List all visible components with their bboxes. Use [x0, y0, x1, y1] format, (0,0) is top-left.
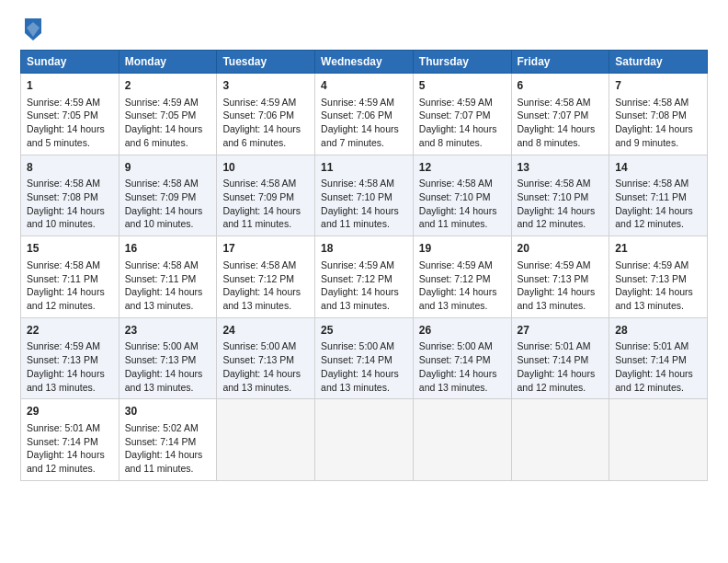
sunrise-text: Sunrise: 5:02 AM — [125, 422, 199, 433]
sunset-text: Sunset: 7:06 PM — [222, 109, 294, 121]
day-number: 4 — [321, 78, 407, 94]
sunrise-text: Sunrise: 4:58 AM — [615, 178, 688, 189]
day-number: 17 — [222, 241, 309, 257]
calendar-cell: 3Sunrise: 4:59 AMSunset: 7:06 PMDaylight… — [217, 74, 315, 155]
sunrise-text: Sunrise: 4:58 AM — [615, 97, 688, 108]
sunrise-text: Sunrise: 4:59 AM — [27, 97, 100, 108]
sunset-text: Sunset: 7:05 PM — [125, 109, 197, 121]
sunset-text: Sunset: 7:13 PM — [27, 354, 98, 365]
sunset-text: Sunset: 7:11 PM — [125, 273, 197, 284]
sunset-text: Sunset: 7:10 PM — [321, 191, 392, 202]
calendar-cell: 4Sunrise: 4:59 AMSunset: 7:06 PMDaylight… — [315, 74, 414, 155]
sunset-text: Sunset: 7:12 PM — [321, 273, 392, 284]
sunset-text: Sunset: 7:09 PM — [222, 191, 294, 202]
day-number: 18 — [321, 241, 407, 257]
col-wednesday: Wednesday — [315, 51, 414, 74]
calendar-cell: 16Sunrise: 4:58 AMSunset: 7:11 PMDayligh… — [119, 236, 217, 318]
sunrise-text: Sunrise: 4:59 AM — [125, 97, 199, 108]
day-number: 2 — [125, 78, 211, 94]
sunset-text: Sunset: 7:07 PM — [419, 109, 491, 121]
calendar-cell: 2Sunrise: 4:59 AMSunset: 7:05 PMDaylight… — [119, 74, 217, 155]
sunrise-text: Sunrise: 4:58 AM — [518, 178, 591, 189]
sunrise-text: Sunrise: 4:59 AM — [419, 97, 493, 108]
sunrise-text: Sunrise: 4:59 AM — [321, 97, 394, 108]
calendar-cell: 1Sunrise: 4:59 AMSunset: 7:05 PMDaylight… — [21, 74, 119, 155]
sunset-text: Sunset: 7:10 PM — [518, 191, 589, 202]
daylight-text: Daylight: 14 hours and 13 minutes. — [321, 368, 399, 393]
day-number: 13 — [518, 160, 604, 176]
sunset-text: Sunset: 7:14 PM — [27, 436, 98, 447]
day-number: 25 — [321, 323, 407, 339]
day-number: 10 — [222, 160, 309, 176]
calendar-cell: 15Sunrise: 4:58 AMSunset: 7:11 PMDayligh… — [21, 236, 119, 318]
sunrise-text: Sunrise: 4:58 AM — [321, 178, 394, 189]
sunrise-text: Sunrise: 4:59 AM — [419, 259, 493, 270]
col-thursday: Thursday — [413, 51, 511, 74]
calendar-week-row: 8Sunrise: 4:58 AMSunset: 7:08 PMDaylight… — [21, 155, 708, 236]
daylight-text: Daylight: 14 hours and 11 minutes. — [419, 205, 497, 230]
sunrise-text: Sunrise: 5:01 AM — [615, 340, 688, 351]
calendar-cell — [511, 399, 609, 481]
sunset-text: Sunset: 7:10 PM — [419, 191, 491, 202]
sunrise-text: Sunrise: 5:00 AM — [419, 340, 493, 351]
calendar-week-row: 15Sunrise: 4:58 AMSunset: 7:11 PMDayligh… — [21, 236, 708, 318]
page: Sunday Monday Tuesday Wednesday Thursday… — [0, 0, 728, 563]
col-saturday: Saturday — [609, 51, 708, 74]
daylight-text: Daylight: 14 hours and 11 minutes. — [125, 449, 203, 474]
sunrise-text: Sunrise: 4:58 AM — [125, 259, 199, 270]
calendar-cell: 7Sunrise: 4:58 AMSunset: 7:08 PMDaylight… — [609, 74, 708, 155]
daylight-text: Daylight: 14 hours and 7 minutes. — [321, 123, 399, 148]
sunset-text: Sunset: 7:08 PM — [615, 109, 687, 121]
calendar-cell — [217, 399, 315, 481]
calendar-week-row: 29Sunrise: 5:01 AMSunset: 7:14 PMDayligh… — [21, 399, 708, 481]
daylight-text: Daylight: 14 hours and 13 minutes. — [615, 286, 693, 311]
daylight-text: Daylight: 14 hours and 12 minutes. — [615, 205, 693, 230]
day-number: 5 — [419, 78, 506, 94]
calendar-cell: 25Sunrise: 5:00 AMSunset: 7:14 PMDayligh… — [315, 317, 414, 399]
sunrise-text: Sunrise: 4:58 AM — [222, 259, 296, 270]
sunset-text: Sunset: 7:14 PM — [419, 354, 491, 365]
sunset-text: Sunset: 7:14 PM — [321, 354, 392, 365]
calendar-cell: 10Sunrise: 4:58 AMSunset: 7:09 PMDayligh… — [217, 155, 315, 236]
day-number: 19 — [419, 241, 506, 257]
header-row: Sunday Monday Tuesday Wednesday Thursday… — [21, 51, 708, 74]
calendar-cell: 28Sunrise: 5:01 AMSunset: 7:14 PMDayligh… — [609, 317, 708, 399]
calendar-cell: 19Sunrise: 4:59 AMSunset: 7:12 PMDayligh… — [413, 236, 511, 318]
calendar-cell: 23Sunrise: 5:00 AMSunset: 7:13 PMDayligh… — [119, 317, 217, 399]
sunset-text: Sunset: 7:05 PM — [27, 109, 98, 121]
daylight-text: Daylight: 14 hours and 12 minutes. — [27, 449, 105, 474]
daylight-text: Daylight: 14 hours and 6 minutes. — [125, 123, 203, 148]
daylight-text: Daylight: 14 hours and 12 minutes. — [518, 205, 596, 230]
day-number: 30 — [125, 404, 211, 419]
daylight-text: Daylight: 14 hours and 11 minutes. — [222, 205, 301, 230]
calendar-cell: 24Sunrise: 5:00 AMSunset: 7:13 PMDayligh… — [217, 317, 315, 399]
calendar-cell: 29Sunrise: 5:01 AMSunset: 7:14 PMDayligh… — [21, 399, 119, 481]
calendar-cell: 8Sunrise: 4:58 AMSunset: 7:08 PMDaylight… — [21, 155, 119, 236]
calendar-cell: 18Sunrise: 4:59 AMSunset: 7:12 PMDayligh… — [315, 236, 414, 318]
day-number: 7 — [615, 78, 701, 94]
day-number: 24 — [222, 323, 309, 339]
sunset-text: Sunset: 7:08 PM — [27, 191, 98, 202]
day-number: 8 — [27, 160, 113, 176]
daylight-text: Daylight: 14 hours and 10 minutes. — [125, 205, 203, 230]
calendar-cell — [315, 399, 414, 481]
day-number: 1 — [27, 78, 113, 94]
daylight-text: Daylight: 14 hours and 13 minutes. — [518, 286, 596, 311]
day-number: 9 — [125, 160, 211, 176]
sunset-text: Sunset: 7:13 PM — [615, 273, 687, 284]
sunset-text: Sunset: 7:09 PM — [125, 191, 197, 202]
sunset-text: Sunset: 7:13 PM — [222, 354, 294, 365]
calendar-week-row: 1Sunrise: 4:59 AMSunset: 7:05 PMDaylight… — [21, 74, 708, 155]
col-friday: Friday — [511, 51, 609, 74]
day-number: 21 — [615, 241, 701, 257]
calendar-cell: 20Sunrise: 4:59 AMSunset: 7:13 PMDayligh… — [511, 236, 609, 318]
day-number: 29 — [27, 404, 113, 419]
sunrise-text: Sunrise: 4:58 AM — [518, 97, 591, 108]
sunrise-text: Sunrise: 5:00 AM — [125, 340, 199, 351]
day-number: 27 — [518, 323, 604, 339]
col-tuesday: Tuesday — [217, 51, 315, 74]
daylight-text: Daylight: 14 hours and 13 minutes. — [125, 368, 203, 393]
daylight-text: Daylight: 14 hours and 13 minutes. — [419, 286, 497, 311]
daylight-text: Daylight: 14 hours and 5 minutes. — [27, 123, 105, 148]
col-sunday: Sunday — [21, 51, 119, 74]
